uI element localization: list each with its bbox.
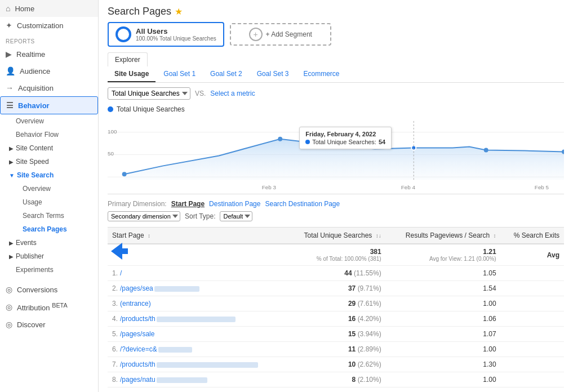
row-rpv-1: 1.05 (386, 266, 501, 281)
svg-text:100: 100 (108, 128, 117, 135)
table-row: 2./pages/sea 37 (9.71%) 1.54 (108, 281, 564, 296)
sidebar-item-customization[interactable]: ✦ Customization (0, 17, 98, 34)
col-search-exits[interactable]: % Search Exits (501, 228, 564, 244)
row-total-1: 44 (11.55%) (286, 266, 386, 281)
all-users-segment[interactable]: All Users 100.00% Total Unique Searches (108, 22, 224, 47)
page-link-3[interactable]: (entrance) (120, 300, 151, 308)
row-total-4: 16 (4.20%) (286, 311, 386, 327)
acquisition-icon: → (6, 83, 14, 92)
chart-container: 100 50 Feb 3 Feb 4 Feb 5 (108, 115, 564, 194)
tab-goal-set-1[interactable]: Goal Set 1 (157, 66, 202, 82)
sidebar-item-overview[interactable]: Overview (0, 114, 98, 128)
sidebar-item-home[interactable]: ⌂ Home (0, 0, 98, 17)
row-page-3: 3.(entrance) (108, 296, 286, 311)
tab-goal-set-2[interactable]: Goal Set 2 (203, 66, 249, 82)
row-exits-9 (501, 387, 564, 393)
rpv-sub: Avg for View: 1.21 (0.00%) (390, 256, 496, 262)
expand-arrow-icon: ▶ (9, 145, 14, 152)
sidebar-item-site-search[interactable]: ▼ Site Search (0, 168, 98, 182)
sidebar-item-publisher[interactable]: ▶ Publisher (0, 250, 98, 263)
sidebar-home-label: Home (15, 5, 34, 13)
col-results-pv[interactable]: Results Pageviews / Search ↕ (386, 228, 501, 244)
row-page-5: 5./pages/sale (108, 327, 286, 342)
dim-start-page[interactable]: Start Page (171, 200, 205, 208)
table-row: 5./pages/sale 15 (3.94%) 1.07 (108, 327, 564, 342)
metric-row: Total Unique Searches VS. Select a metri… (108, 87, 564, 100)
sidebar-subitem-search-pages[interactable]: Search Pages (0, 222, 98, 236)
page-link-1[interactable]: / (120, 269, 122, 277)
tab-site-usage[interactable]: Site Usage (108, 66, 156, 82)
sidebar-item-discover[interactable]: ◎ Discover (0, 316, 98, 333)
row-total-5: 15 (3.94%) (286, 327, 386, 342)
star-icon[interactable]: ★ (175, 6, 183, 17)
sidebar-subitem-overview[interactable]: Overview (0, 182, 98, 195)
segment-name: All Users (136, 27, 216, 35)
dim-destination-page[interactable]: Destination Page (209, 200, 260, 208)
sidebar: ⌂ Home ✦ Customization REPORTS ▶ Realtim… (0, 0, 99, 392)
sidebar-item-experiments[interactable]: Experiments (0, 263, 98, 277)
total-label (108, 244, 286, 266)
row-rpv-5: 1.07 (386, 327, 501, 342)
row-exits-7 (501, 357, 564, 372)
sidebar-item-events[interactable]: ▶ Events (0, 236, 98, 250)
table-row: 3.(entrance) 29 (7.61%) 1.00 (108, 296, 564, 311)
add-segment-label: + Add Segment (266, 30, 312, 38)
tabs-row: Site Usage Goal Set 1 Goal Set 2 Goal Se… (108, 66, 564, 83)
sort-type-label: Sort Type: (185, 212, 215, 220)
sidebar-item-conversions[interactable]: ◎ Conversions (0, 281, 98, 298)
row-rpv-7: 1.30 (386, 357, 501, 372)
metric-dropdown[interactable]: Total Unique Searches (108, 87, 190, 100)
table-row: 9./?device=m 6 (1.57%) 1.00 (108, 387, 564, 393)
add-segment-button[interactable]: + + Add Segment (230, 23, 331, 46)
rpv-value: 1.21 (390, 248, 496, 256)
page-title: Search Pages ★ (108, 0, 564, 22)
row-exits-3 (501, 296, 564, 311)
page-link-5[interactable]: /pages/sale (120, 330, 154, 338)
attribution-icon: ◎ (6, 302, 12, 311)
sidebar-subitem-usage[interactable]: Usage (0, 195, 98, 209)
page-link-2[interactable]: /pages/sea (120, 284, 153, 292)
row-exits-6 (501, 342, 564, 357)
sidebar-item-realtime[interactable]: ▶ Realtime (0, 46, 98, 63)
sort-type-select[interactable]: Default (220, 211, 252, 221)
page-link-4[interactable]: /products/th (120, 315, 156, 323)
sidebar-subitem-search-terms[interactable]: Search Terms (0, 209, 98, 222)
sidebar-item-behavior[interactable]: ☰ Behavior (0, 96, 98, 114)
page-link-6[interactable]: /?device=c& (120, 345, 157, 353)
svg-text:Feb 4: Feb 4 (401, 184, 416, 190)
row-exits-2 (501, 281, 564, 296)
sidebar-item-site-content[interactable]: ▶ Site Content (0, 141, 98, 155)
discover-icon: ◎ (6, 320, 12, 329)
sidebar-item-acquisition[interactable]: → Acquisition (0, 79, 98, 96)
primary-dim-row: Primary Dimension: Start Page Destinatio… (108, 200, 564, 208)
row-page-2: 2./pages/sea (108, 281, 286, 296)
sidebar-item-site-speed[interactable]: ▶ Site Speed (0, 155, 98, 168)
page-link-7[interactable]: /products/th (120, 360, 156, 368)
total-exits-value: Avg (501, 244, 564, 266)
row-page-1: 1./ (108, 266, 286, 281)
sidebar-conversions-label: Conversions (17, 286, 57, 294)
col-total-unique[interactable]: Total Unique Searches ↕↓ (286, 228, 386, 244)
chart-svg: 100 50 Feb 3 Feb 4 Feb 5 (108, 115, 564, 194)
sidebar-item-audience[interactable]: 👤 Audience (0, 63, 98, 79)
page-link-8[interactable]: /pages/natu (120, 376, 156, 384)
behavior-icon: ☰ (6, 101, 14, 110)
select-metric-link[interactable]: Select a metric (210, 90, 255, 97)
conversions-icon: ◎ (6, 285, 12, 294)
tab-goal-set-3[interactable]: Goal Set 3 (250, 66, 296, 82)
secondary-dimension-select[interactable]: Secondary dimension (108, 211, 180, 221)
table-row: 8./pages/natu 8 (2.10%) 1.00 (108, 372, 564, 387)
expand-arrow-icon2: ▶ (9, 159, 14, 165)
col-start-page[interactable]: Start Page ↕ (108, 228, 286, 244)
publisher-arrow-icon: ▶ (9, 253, 14, 260)
tab-ecommerce[interactable]: Ecommerce (296, 66, 346, 82)
main-content: Search Pages ★ All Users 100.00% Total U… (99, 0, 573, 392)
row-rpv-4: 1.06 (386, 311, 501, 327)
sidebar-item-attribution[interactable]: ◎ Attribution BETA (0, 298, 98, 316)
sidebar-item-behavior-flow[interactable]: Behavior Flow (0, 128, 98, 141)
dim-search-destination[interactable]: Search Destination Page (265, 200, 340, 208)
row-total-8: 8 (2.10%) (286, 372, 386, 387)
sidebar-customization-label: Customization (17, 21, 63, 30)
sidebar-acquisition-label: Acquisition (18, 84, 54, 92)
explorer-label[interactable]: Explorer (108, 52, 148, 66)
